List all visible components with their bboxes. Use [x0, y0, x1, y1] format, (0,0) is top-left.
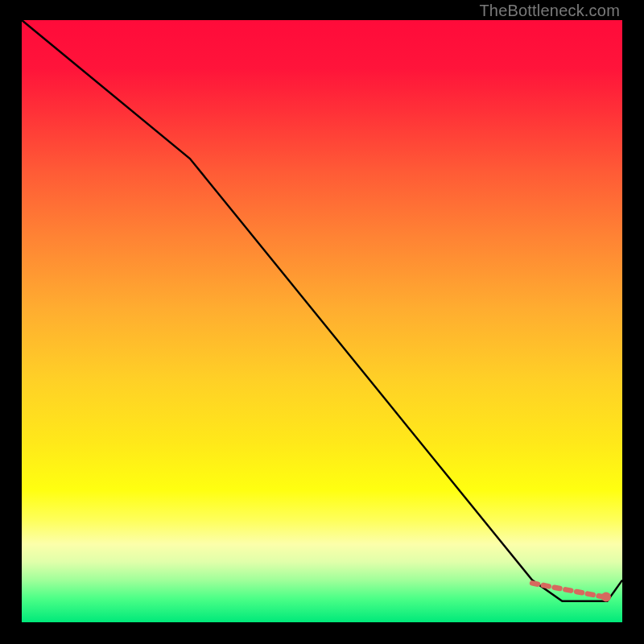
min-dot: [601, 592, 611, 602]
watermark-text: TheBottleneck.com: [479, 2, 620, 20]
chart-frame: TheBottleneck.com: [0, 0, 644, 644]
dashed-segment: [532, 583, 605, 597]
chart-overlay: [22, 20, 622, 622]
main-curve: [22, 20, 622, 601]
